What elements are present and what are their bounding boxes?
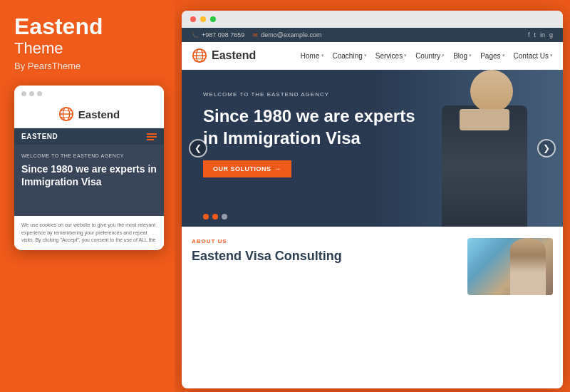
site-logo-text: Eastend [212, 49, 256, 62]
left-panel: Eastend Theme By PearsTheme Eastend EAST… [0, 0, 175, 392]
mobile-dot-1 [21, 91, 26, 96]
mobile-top-bar [14, 86, 164, 100]
hero-cta-button[interactable]: OUR SOLUTIONS → [203, 160, 291, 177]
hero-content: WELCOME TO THE EASTEND AGENCY Since 1980… [182, 70, 563, 192]
brand-subtitle: Theme [14, 39, 160, 58]
hero-cta-label: OUR SOLUTIONS [213, 165, 271, 172]
hero-welcome: WELCOME TO THE EASTEND AGENCY [203, 91, 549, 98]
hero-next-button[interactable]: ❯ [537, 139, 556, 158]
nav-pages-arrow: ▾ [502, 53, 505, 58]
mobile-welcome-text: WELCOME TO THE EASTEND AGENCY [21, 153, 157, 158]
brand-by: By PearsTheme [14, 61, 160, 71]
about-tag: ABOUT US [192, 238, 457, 244]
hero-prev-button[interactable]: ❮ [189, 139, 207, 158]
email-icon: ✉ [253, 32, 258, 38]
site-globe-icon [192, 48, 207, 63]
nav-coaching[interactable]: Coaching▾ [333, 52, 367, 60]
hero-cta-arrow: → [275, 165, 282, 172]
nav-coaching-arrow: ▾ [364, 53, 367, 58]
about-image [467, 238, 553, 295]
mobile-logo-bar: Eastend [14, 100, 164, 128]
mobile-globe-icon [58, 106, 74, 122]
topbar-social: f t in g [528, 31, 553, 38]
browser-dot-red[interactable] [190, 16, 196, 22]
browser-dot-green[interactable] [210, 16, 216, 22]
about-text: ABOUT US Eastend Visa Consulting [192, 238, 457, 295]
hero-dot-3[interactable] [222, 214, 227, 220]
hero-title: Since 1980 we are experts in Immigration… [203, 105, 417, 149]
topbar-left: 📞 +987 098 7659 ✉ demo@example.com [192, 31, 321, 38]
nav-services-arrow: ▾ [404, 53, 407, 58]
browser-chrome [182, 11, 563, 28]
phone-icon: 📞 [192, 32, 199, 38]
site-topbar: 📞 +987 098 7659 ✉ demo@example.com f t i… [182, 28, 563, 42]
nav-pages[interactable]: Pages▾ [480, 52, 504, 60]
mobile-dot-3 [37, 91, 42, 96]
mobile-hamburger-icon[interactable] [147, 133, 157, 140]
mobile-logo-text: Eastend [78, 108, 120, 120]
hero-dot-1[interactable] [203, 214, 209, 220]
hero-title-line2: in Immigration Visa [203, 128, 361, 148]
mobile-mockup: Eastend EASTEND WELCOME TO THE EASTEND A… [14, 86, 164, 250]
hero-dots [203, 214, 227, 220]
nav-country-arrow: ▾ [442, 53, 445, 58]
mobile-dot-2 [29, 91, 34, 96]
mobile-hero: WELCOME TO THE EASTEND AGENCY Since 1980… [14, 145, 164, 216]
brand-name: Eastend [14, 14, 160, 39]
mobile-nav-label: EASTEND [21, 133, 58, 140]
about-title: Eastend Visa Consulting [192, 249, 457, 264]
nav-contact[interactable]: Contact Us▾ [514, 52, 553, 60]
google-icon[interactable]: g [549, 31, 553, 38]
nav-blog[interactable]: Blog▾ [453, 52, 472, 60]
instagram-icon[interactable]: in [540, 31, 545, 38]
twitter-icon[interactable]: t [534, 31, 536, 38]
browser-panel: 📞 +987 098 7659 ✉ demo@example.com f t i… [182, 11, 563, 388]
site-logo: Eastend [192, 48, 256, 63]
about-person-silhouette [510, 238, 546, 295]
facebook-icon[interactable]: f [528, 31, 530, 38]
site-nav: Home▾ Coaching▾ Services▾ Country▾ Blog▾… [301, 52, 553, 60]
nav-blog-arrow: ▾ [469, 53, 472, 58]
nav-services[interactable]: Services▾ [375, 52, 407, 60]
nav-country[interactable]: Country▾ [415, 52, 445, 60]
mobile-bottom-text: We use cookies on our website to give yo… [14, 216, 164, 250]
site-about: ABOUT US Eastend Visa Consulting [182, 227, 563, 306]
browser-dot-yellow[interactable] [200, 16, 206, 22]
phone-number: +987 098 7659 [202, 31, 244, 38]
hero-title-line1: Since 1980 we are experts [203, 106, 415, 125]
site-header: Eastend Home▾ Coaching▾ Services▾ Countr… [182, 42, 563, 70]
nav-contact-arrow: ▾ [550, 53, 553, 58]
site-hero: WELCOME TO THE EASTEND AGENCY Since 1980… [182, 70, 563, 227]
hero-dot-2[interactable] [212, 214, 218, 220]
topbar-phone: 📞 +987 098 7659 [192, 31, 244, 38]
mobile-hero-title: Since 1980 we are experts in Immigration… [21, 163, 157, 188]
nav-home[interactable]: Home▾ [301, 52, 324, 60]
topbar-email: ✉ demo@example.com [253, 31, 321, 38]
mobile-nav-bar: EASTEND [14, 128, 164, 145]
email-address: demo@example.com [261, 31, 321, 38]
nav-home-arrow: ▾ [321, 53, 324, 58]
mobile-dots [21, 91, 42, 96]
